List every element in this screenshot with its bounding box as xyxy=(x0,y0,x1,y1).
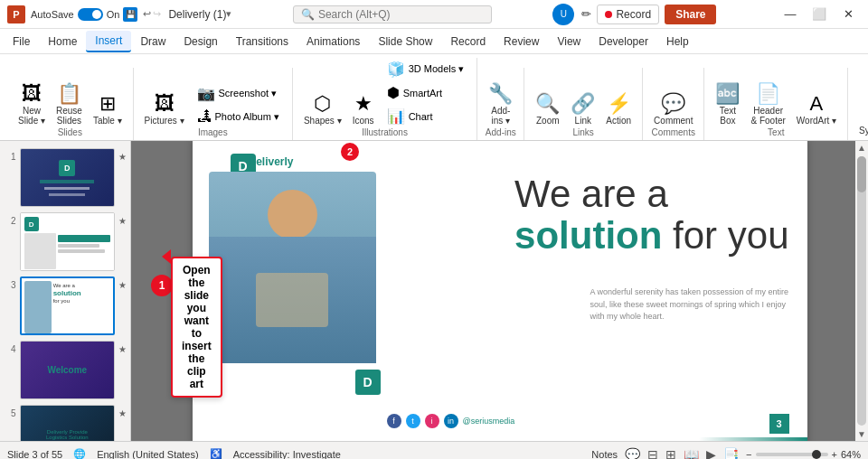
ribbon-group-links: 🔍 Zoom 🔗 Link ⚡ Action Links xyxy=(524,68,643,140)
menu-record[interactable]: Record xyxy=(441,32,495,52)
header-footer-button[interactable]: 📄 Header& Footer xyxy=(747,82,788,127)
slide-bottom-accent xyxy=(699,437,807,441)
language-label: English (United States) xyxy=(97,449,199,460)
textbox-button[interactable]: 🔤 TextBox xyxy=(712,82,743,127)
slide-image-1[interactable]: D xyxy=(20,148,115,207)
menu-help[interactable]: Help xyxy=(657,32,698,52)
zoom-out-button[interactable]: − xyxy=(746,449,751,460)
slide-1-thumbnail: D xyxy=(21,149,114,206)
minimize-button[interactable]: — xyxy=(778,4,803,25)
headline-suffix: for you xyxy=(673,214,788,257)
slide-thumb-1[interactable]: 1 D ★ xyxy=(4,148,127,207)
autosave-toggle[interactable] xyxy=(78,8,103,21)
slide-thumb-5[interactable]: 5 Deliverly ProvideLogistics Solution ★ xyxy=(4,405,127,441)
record-button-top[interactable]: Record xyxy=(597,5,659,24)
reuse-slides-icon: 📋 xyxy=(57,84,81,104)
accessibility-label: Accessibility: Investigate xyxy=(233,449,341,460)
icons-button[interactable]: ★ Icons xyxy=(349,92,378,127)
vertical-scrollbar[interactable]: ▲ ▼ xyxy=(855,141,868,441)
ribbon-symbols-label xyxy=(855,137,868,140)
zoom-control[interactable]: − + 64% xyxy=(746,449,861,460)
menu-slideshow[interactable]: Slide Show xyxy=(369,32,441,52)
search-box[interactable]: 🔍 xyxy=(293,5,492,23)
undo-btn[interactable]: ↩ xyxy=(143,8,151,20)
menu-developer[interactable]: Developer xyxy=(590,32,657,52)
ribbon-group-images: 🖼 Pictures ▾ 📷 Screenshot ▾ 🏞 Photo Albu… xyxy=(134,68,293,140)
slide-page-number: 3 xyxy=(769,414,789,434)
scroll-thumb[interactable] xyxy=(857,156,866,192)
canvas-area[interactable]: D Deliverly D We are a xyxy=(131,141,868,441)
normal-view-icon[interactable]: ⊟ xyxy=(647,447,658,460)
menu-animations[interactable]: Animations xyxy=(297,32,369,52)
menu-file[interactable]: File xyxy=(4,32,39,52)
table-button[interactable]: ⊞ Table ▾ xyxy=(90,92,126,127)
zoom-in-button[interactable]: + xyxy=(832,449,837,460)
redo-btn[interactable]: ↪ xyxy=(153,8,161,20)
scroll-track[interactable] xyxy=(857,156,866,426)
annotation-text-box: Open the slide you want to insert the cl… xyxy=(171,257,222,398)
ribbon-slides-items: 🖼 NewSlide ▾ 📋 ReuseSlides ⊞ Table ▾ xyxy=(14,68,126,127)
edit-icon[interactable]: ✏ xyxy=(581,7,591,21)
new-slide-button[interactable]: 🖼 NewSlide ▾ xyxy=(14,82,49,127)
reading-view-icon[interactable]: 📖 xyxy=(684,447,699,460)
menu-design[interactable]: Design xyxy=(175,32,226,52)
3d-models-button[interactable]: 🧊 3D Models ▾ xyxy=(382,58,470,80)
zoom-thumb[interactable] xyxy=(812,450,821,459)
menu-review[interactable]: Review xyxy=(495,32,548,52)
screenshot-button[interactable]: 📷 Screenshot ▾ xyxy=(192,82,285,105)
slide-image-4[interactable]: Welcome xyxy=(20,341,115,399)
slide-thumb-2[interactable]: 2 D ★ xyxy=(4,212,127,271)
zoom-track[interactable] xyxy=(756,453,828,456)
close-button[interactable]: ✕ xyxy=(835,4,861,25)
pictures-button[interactable]: 🖼 Pictures ▾ xyxy=(141,92,188,127)
record-label: Record xyxy=(616,8,651,21)
reuse-slides-button[interactable]: 📋 ReuseSlides xyxy=(52,82,86,127)
slide-sorter-icon[interactable]: ⊞ xyxy=(665,447,676,460)
save-button[interactable]: 💾 xyxy=(123,7,137,22)
addins-button[interactable]: 🔧 Add-ins ▾ xyxy=(485,82,516,127)
addins-icon: 🔧 xyxy=(488,84,513,104)
slide-content: D Deliverly D We are a xyxy=(193,141,807,441)
zoom-button[interactable]: 🔍 Zoom xyxy=(532,92,563,127)
symbols-button[interactable]: Ω Symbols ▾ xyxy=(855,102,868,137)
notes-button[interactable]: Notes xyxy=(591,449,618,460)
slide-image-5[interactable]: Deliverly ProvideLogistics Solution xyxy=(20,405,115,441)
language-icon: 🌐 xyxy=(73,448,86,459)
comment-button[interactable]: 💬 Comment xyxy=(650,92,696,127)
slide-subtext: A wonderful serenity has taken possessio… xyxy=(590,286,789,323)
menu-view[interactable]: View xyxy=(548,32,590,52)
slide-image-2[interactable]: D xyxy=(20,212,115,271)
wordart-button[interactable]: A WordArt ▾ xyxy=(793,92,840,127)
menu-transitions[interactable]: Transitions xyxy=(227,32,297,52)
badge-2-circle: 2 xyxy=(341,143,359,161)
comments-view-icon[interactable]: 💬 xyxy=(625,447,640,460)
shapes-button[interactable]: ⬡ Shapes ▾ xyxy=(300,92,345,127)
menu-home[interactable]: Home xyxy=(39,32,86,52)
filename-dropdown[interactable]: ▾ xyxy=(226,8,231,20)
chart-button[interactable]: 📊 Chart xyxy=(382,105,470,127)
restore-button[interactable]: ⬜ xyxy=(807,4,832,25)
slide-thumb-3[interactable]: 3 We are a solution for you ★ xyxy=(4,276,127,335)
link-button[interactable]: 🔗 Link xyxy=(567,92,599,127)
slideshow-icon[interactable]: ▶ xyxy=(706,447,716,460)
slide-image-3[interactable]: We are a solution for you xyxy=(20,276,115,335)
action-button[interactable]: ⚡ Action xyxy=(602,92,635,127)
twitter-icon: t xyxy=(406,414,420,428)
search-input[interactable] xyxy=(318,8,484,21)
photo-album-button[interactable]: 🏞 Photo Album ▾ xyxy=(192,106,285,127)
smartart-button[interactable]: ⬢ SmartArt xyxy=(382,81,470,104)
facebook-icon: f xyxy=(387,414,401,428)
slide1-bar xyxy=(40,180,94,183)
screenshot-icon: 📷 xyxy=(197,85,215,102)
scroll-up-button[interactable]: ▲ xyxy=(855,141,868,155)
immersive-reader-icon[interactable]: 📑 xyxy=(723,447,739,460)
scroll-down-button[interactable]: ▼ xyxy=(855,427,868,441)
slide-thumb-4[interactable]: 4 Welcome ★ xyxy=(4,341,127,399)
ribbon-group-slides: 🖼 NewSlide ▾ 📋 ReuseSlides ⊞ Table ▾ Sli… xyxy=(7,68,134,140)
slide2-logo: D xyxy=(24,217,39,231)
menu-insert[interactable]: Insert xyxy=(86,31,131,52)
menu-draw[interactable]: Draw xyxy=(131,32,175,52)
share-button[interactable]: Share xyxy=(665,5,716,24)
slide-panel[interactable]: 1 D ★ 2 D xyxy=(0,141,131,441)
action-icon: ⚡ xyxy=(607,94,631,114)
